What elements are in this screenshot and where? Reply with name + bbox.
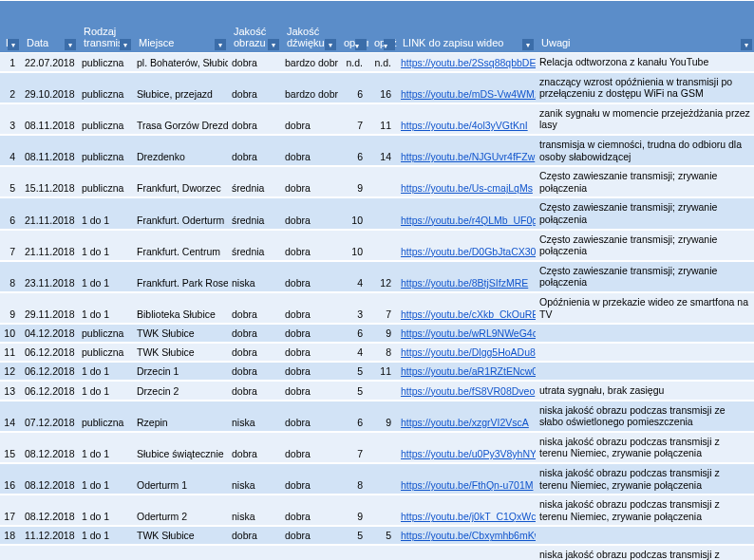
cell-rodzaj: 1 do 1 bbox=[78, 433, 133, 463]
cell-data: 29.10.2018 bbox=[21, 73, 78, 103]
video-link[interactable]: https://youtu.be/Dlgg5HoADu8 bbox=[401, 346, 536, 358]
table-row: 229.10.2018publicznaSłubice, przejazddob… bbox=[0, 73, 754, 103]
video-link[interactable]: https://youtu.be/2Ssq88qbbDE bbox=[401, 57, 536, 68]
video-link[interactable]: https://youtu.be/Cbxymhb6mKw bbox=[401, 530, 536, 541]
cell-miejsce: TWK Słubice bbox=[133, 325, 228, 343]
header-rodzaj[interactable]: Rodzaj transmisji bbox=[78, 1, 133, 52]
filter-icon[interactable] bbox=[65, 39, 76, 50]
header-lp[interactable]: LP bbox=[0, 1, 21, 52]
table-row: 1508.12.20181 do 1Słubice świąteczniedob… bbox=[0, 433, 754, 463]
cell-link: https://youtu.be/Cbxymhb6mKw bbox=[397, 527, 536, 545]
header-link[interactable]: LINK do zapisu wideo bbox=[397, 1, 536, 52]
cell-op2 bbox=[368, 167, 397, 197]
cell-lp: 19 bbox=[0, 546, 21, 560]
cell-rodzaj: publiczna bbox=[78, 401, 133, 432]
cell-data: 11.12.2018 bbox=[21, 527, 78, 545]
filter-icon[interactable] bbox=[741, 39, 752, 50]
cell-op1: 5 bbox=[338, 382, 368, 401]
header-jobraz[interactable]: Jakość obrazu bbox=[228, 1, 281, 52]
cell-jobraz: niska bbox=[228, 401, 281, 432]
cell-data: 07.12.2018 bbox=[21, 401, 78, 432]
header-uwagi[interactable]: Uwagi bbox=[536, 1, 754, 52]
filter-icon[interactable] bbox=[325, 39, 336, 50]
cell-op1: 6 bbox=[338, 136, 368, 166]
cell-miejsce: Drzecin 2 bbox=[133, 382, 228, 401]
cell-rodzaj: 1 do 1 bbox=[78, 464, 133, 495]
header-jdzwiek[interactable]: Jakość dźwięku bbox=[281, 1, 338, 52]
video-link[interactable]: https://youtu.be/fS8VR08Dveo bbox=[401, 385, 535, 397]
cell-link: https://youtu.be/aR1RZtENcw0 bbox=[397, 363, 536, 381]
cell-jdzwiek: dobra bbox=[281, 104, 338, 135]
filter-icon[interactable] bbox=[355, 39, 367, 50]
cell-jdzwiek: dobra bbox=[281, 363, 338, 381]
cell-rodzaj: publiczna bbox=[78, 325, 133, 343]
filter-icon[interactable] bbox=[215, 39, 226, 50]
cell-lp: 3 bbox=[0, 104, 21, 135]
filter-icon[interactable] bbox=[8, 39, 19, 50]
cell-miejsce: Oderturm 2 bbox=[133, 495, 228, 526]
video-link[interactable]: https://youtu.be/NJGUvr4fFZw bbox=[401, 151, 535, 162]
cell-data: 15.12.2018 bbox=[21, 546, 78, 560]
header-data[interactable]: Data bbox=[21, 1, 78, 52]
filter-icon[interactable] bbox=[268, 39, 279, 50]
cell-data: 06.12.2018 bbox=[21, 363, 78, 381]
cell-jobraz: dobra bbox=[228, 104, 281, 135]
cell-link: https://youtu.be/u0Py3V8yhNY bbox=[397, 433, 536, 463]
header-op1[interactable]: opóźn. w bbox=[338, 1, 368, 52]
table-header: LP Data Rodzaj transmisji Miejsce Jakość… bbox=[0, 1, 754, 52]
header-miejsce[interactable]: Miejsce bbox=[133, 1, 228, 52]
cell-data: 04.12.2018 bbox=[21, 325, 78, 343]
cell-link: https://youtu.be/Us-cmajLqMs bbox=[397, 167, 536, 197]
table-row: 1608.12.20181 do 1Oderturm 1niskadobra8h… bbox=[0, 464, 754, 495]
cell-rodzaj: publiczna bbox=[78, 167, 133, 197]
cell-jobraz: niska bbox=[228, 464, 281, 495]
cell-op2: 9 bbox=[368, 325, 397, 343]
cell-rodzaj: 1 do 1 bbox=[78, 262, 133, 292]
video-link[interactable]: https://youtu.be/Us-cmajLqMs bbox=[401, 182, 533, 194]
header-op2[interactable]: opóźnien max bbox=[368, 1, 397, 52]
cell-data: 06.12.2018 bbox=[21, 344, 78, 362]
video-link[interactable]: https://youtu.be/D0GbJtaCX30 bbox=[401, 246, 536, 257]
video-link[interactable]: https://youtu.be/mDS-Vw4WM1s bbox=[401, 88, 536, 100]
cell-miejsce: Słubice świątecznie bbox=[133, 433, 228, 463]
table-row: 1004.12.2018publicznaTWK Słubicedobradob… bbox=[0, 325, 754, 343]
cell-op1: 4 bbox=[338, 344, 368, 362]
cell-op1: 5 bbox=[338, 527, 368, 545]
video-link[interactable]: https://youtu.be/cXkb_CkOuRE bbox=[401, 308, 536, 320]
cell-jobraz: dobra bbox=[228, 527, 281, 545]
video-link[interactable]: https://youtu.be/r4QLMb_UF0g bbox=[401, 215, 536, 226]
cell-uwagi bbox=[536, 363, 754, 381]
table-row: 1811.12.20181 do 1TWK Słubicedobradobra5… bbox=[0, 527, 754, 545]
filter-icon[interactable] bbox=[384, 39, 395, 50]
cell-uwagi bbox=[536, 527, 754, 545]
cell-jobraz: dobra bbox=[228, 344, 281, 362]
cell-miejsce: Oderturm bbox=[133, 546, 228, 560]
cell-data: 21.11.2018 bbox=[21, 198, 78, 229]
cell-op2: n.d. bbox=[368, 53, 397, 72]
cell-miejsce: Frankfurt. Oderturm bbox=[133, 198, 228, 229]
cell-op1: 5 bbox=[338, 363, 368, 381]
cell-link: https://youtu.be/D0GbJtaCX30 bbox=[397, 231, 536, 261]
table-body: 122.07.2018publicznapl. Bohaterów, Słubi… bbox=[0, 53, 754, 560]
cell-uwagi: utrata sygnału, brak zasięgu bbox=[536, 382, 754, 401]
video-link[interactable]: https://youtu.be/u0Py3V8yhNY bbox=[401, 448, 536, 459]
cell-op1: 6 bbox=[338, 401, 368, 432]
cell-link: https://youtu.be/xzgrVI2VscA bbox=[397, 401, 536, 432]
cell-jdzwiek: dobra bbox=[281, 136, 338, 166]
video-link[interactable]: https://youtu.be/j0kT_C1QxWc bbox=[401, 511, 536, 522]
cell-link: https://youtu.be/wRL9NWeG4c4 bbox=[397, 325, 536, 343]
video-link[interactable]: https://youtu.be/FthQn-u701M bbox=[401, 479, 534, 491]
video-link[interactable]: https://youtu.be/4ol3yVGtKnI bbox=[401, 120, 528, 131]
video-link[interactable]: https://youtu.be/wRL9NWeG4c4 bbox=[401, 327, 536, 339]
video-link[interactable]: https://youtu.be/aR1RZtENcw0 bbox=[401, 365, 536, 377]
table-row: 1206.12.20181 do 1Drzecin 1dobradobra511… bbox=[0, 363, 754, 381]
cell-data: 22.07.2018 bbox=[21, 53, 78, 72]
table-row: 1915.12.2018publicznaOderturmniskadobra6… bbox=[0, 546, 754, 560]
filter-icon[interactable] bbox=[522, 39, 534, 50]
cell-jdzwiek: dobra bbox=[281, 382, 338, 401]
video-link[interactable]: https://youtu.be/8BtjSIfzMRE bbox=[401, 277, 528, 289]
cell-jobraz: dobra bbox=[228, 53, 281, 72]
cell-lp: 7 bbox=[0, 231, 21, 261]
filter-icon[interactable] bbox=[120, 39, 131, 50]
video-link[interactable]: https://youtu.be/xzgrVI2VscA bbox=[401, 417, 529, 428]
